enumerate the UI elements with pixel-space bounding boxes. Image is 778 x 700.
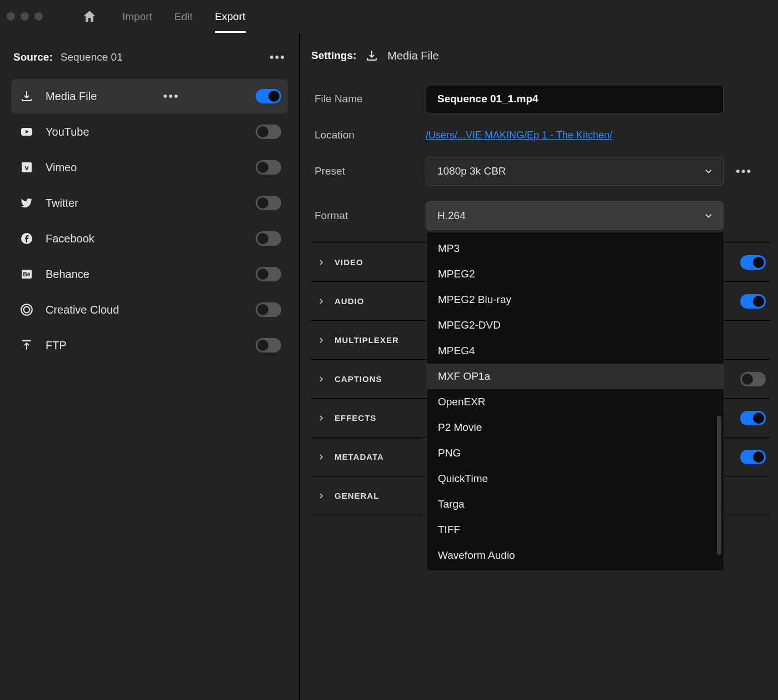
youtube-icon bbox=[19, 125, 34, 138]
format-option[interactable]: Targa bbox=[427, 492, 724, 517]
destination-youtube[interactable]: YouTube••• bbox=[11, 115, 288, 149]
tab-export[interactable]: Export bbox=[215, 0, 246, 33]
destination-facebook[interactable]: Facebook••• bbox=[11, 221, 288, 256]
source-label: Source: bbox=[13, 51, 53, 63]
destination-media-file[interactable]: Media File••• bbox=[11, 79, 288, 113]
scrollbar-thumb[interactable] bbox=[717, 416, 721, 555]
destinations-panel: Source: Sequence 01 ••• Media File•••You… bbox=[0, 33, 300, 700]
twitter-icon bbox=[19, 196, 34, 210]
format-select[interactable]: H.264 MP3MPEG2MPEG2 Blu-rayMPEG2-DVDMPEG… bbox=[426, 201, 724, 230]
svg-text:Bē: Bē bbox=[23, 271, 31, 277]
format-option[interactable]: MPEG2-DVD bbox=[427, 312, 724, 338]
section-toggle[interactable] bbox=[740, 255, 766, 270]
format-option[interactable]: TIFF bbox=[427, 517, 724, 543]
format-option[interactable]: Waveform Audio bbox=[427, 543, 724, 568]
maximize-window-icon[interactable] bbox=[34, 12, 43, 21]
tab-edit[interactable]: Edit bbox=[174, 0, 193, 33]
settings-header: Settings: Media File bbox=[311, 44, 770, 77]
behance-icon: Bē bbox=[19, 267, 34, 281]
format-option[interactable]: OpenEXR bbox=[427, 389, 724, 415]
destination-label: FTP bbox=[46, 339, 67, 352]
section-toggle[interactable] bbox=[740, 372, 766, 386]
format-option[interactable]: P2 Movie bbox=[427, 415, 724, 440]
preset-value: 1080p 3k CBR bbox=[437, 165, 506, 177]
preset-more-icon[interactable]: ••• bbox=[736, 164, 752, 178]
destination-toggle[interactable] bbox=[256, 338, 281, 353]
section-label: MULTIPLEXER bbox=[335, 335, 399, 345]
home-icon[interactable] bbox=[82, 9, 97, 24]
location-link[interactable]: /Users/...VIE MAKING/Ep 1 - The Kitchen/ bbox=[426, 130, 612, 141]
facebook-icon bbox=[19, 232, 34, 245]
preset-select[interactable]: 1080p 3k CBR bbox=[426, 157, 724, 186]
section-label: GENERAL bbox=[335, 491, 379, 500]
destination-toggle[interactable] bbox=[256, 89, 281, 103]
format-option[interactable]: QuickTime bbox=[427, 466, 724, 492]
format-row: Format H.264 MP3MPEG2MPEG2 Blu-rayMPEG2-… bbox=[315, 193, 767, 242]
format-option[interactable]: MPEG2 bbox=[427, 261, 724, 287]
destination-toggle[interactable] bbox=[256, 302, 281, 317]
minimize-window-icon[interactable] bbox=[21, 12, 29, 21]
tab-import[interactable]: Import bbox=[122, 0, 152, 33]
download-icon bbox=[365, 49, 378, 62]
svg-text:v: v bbox=[24, 163, 29, 172]
download-icon bbox=[19, 90, 34, 103]
cc-icon bbox=[19, 302, 34, 317]
filename-label: File Name bbox=[315, 93, 426, 105]
format-dropdown[interactable]: MP3MPEG2MPEG2 Blu-rayMPEG2-DVDMPEG4MXF O… bbox=[426, 232, 724, 571]
chevron-right-icon bbox=[317, 258, 326, 267]
format-option[interactable]: MPEG4 bbox=[427, 338, 724, 364]
section-label: CAPTIONS bbox=[335, 374, 382, 384]
destination-toggle[interactable] bbox=[256, 231, 281, 246]
chevron-right-icon bbox=[317, 414, 326, 423]
filename-row: File Name Sequence 01_1.mp4 bbox=[315, 77, 767, 121]
format-option[interactable]: MPEG2 Blu-ray bbox=[427, 287, 724, 312]
destination-toggle[interactable] bbox=[256, 125, 281, 139]
destination-toggle[interactable] bbox=[256, 196, 281, 210]
chevron-down-icon bbox=[703, 210, 714, 221]
format-label: Format bbox=[315, 210, 426, 222]
destination-label: YouTube bbox=[46, 126, 89, 138]
section-toggle[interactable] bbox=[740, 294, 766, 309]
destination-more-icon[interactable]: ••• bbox=[163, 89, 179, 103]
window-controls bbox=[7, 12, 43, 21]
destination-list: Media File•••YouTube•••vVimeo•••Twitter•… bbox=[0, 77, 299, 366]
chevron-right-icon bbox=[317, 453, 326, 461]
destination-vimeo[interactable]: vVimeo••• bbox=[11, 150, 288, 185]
svg-point-7 bbox=[24, 307, 30, 313]
section-label: METADATA bbox=[335, 452, 384, 461]
close-window-icon[interactable] bbox=[7, 12, 15, 21]
settings-panel: Settings: Media File File Name Sequence … bbox=[300, 33, 778, 700]
destination-toggle[interactable] bbox=[256, 160, 281, 175]
title-bar: Import Edit Export bbox=[0, 0, 778, 33]
chevron-right-icon bbox=[317, 297, 326, 306]
destination-twitter[interactable]: Twitter••• bbox=[11, 186, 288, 220]
destination-behance[interactable]: BēBehance••• bbox=[11, 257, 288, 291]
section-toggle[interactable] bbox=[740, 450, 766, 464]
destination-toggle[interactable] bbox=[256, 267, 281, 281]
destination-label: Vimeo bbox=[46, 161, 77, 174]
section-label: EFFECTS bbox=[335, 413, 376, 423]
section-toggle[interactable] bbox=[740, 411, 766, 425]
location-row: Location /Users/...VIE MAKING/Ep 1 - The… bbox=[315, 121, 767, 149]
vimeo-icon: v bbox=[19, 161, 34, 174]
upload-icon bbox=[19, 339, 34, 352]
destination-creative-cloud[interactable]: Creative Cloud••• bbox=[11, 292, 288, 327]
section-label: AUDIO bbox=[335, 296, 364, 306]
destination-label: Media File bbox=[46, 90, 97, 103]
format-option[interactable]: PNG bbox=[427, 440, 724, 466]
preset-row: Preset 1080p 3k CBR ••• bbox=[315, 149, 767, 193]
format-option[interactable]: MP3 bbox=[427, 236, 724, 261]
chevron-down-icon bbox=[703, 166, 714, 177]
filename-input[interactable]: Sequence 01_1.mp4 bbox=[426, 85, 724, 113]
destination-label: Facebook bbox=[46, 232, 94, 245]
source-more-icon[interactable]: ••• bbox=[270, 50, 286, 64]
source-row: Source: Sequence 01 ••• bbox=[0, 44, 299, 77]
settings-label: Settings: bbox=[311, 49, 356, 62]
destination-label: Creative Cloud bbox=[46, 304, 119, 316]
destination-label: Behance bbox=[46, 268, 89, 281]
destination-ftp[interactable]: FTP••• bbox=[11, 328, 288, 363]
source-name[interactable]: Sequence 01 bbox=[61, 51, 123, 63]
format-option[interactable]: MXF OP1a bbox=[427, 364, 724, 389]
settings-target: Media File bbox=[387, 49, 438, 62]
format-value: H.264 bbox=[437, 210, 466, 222]
